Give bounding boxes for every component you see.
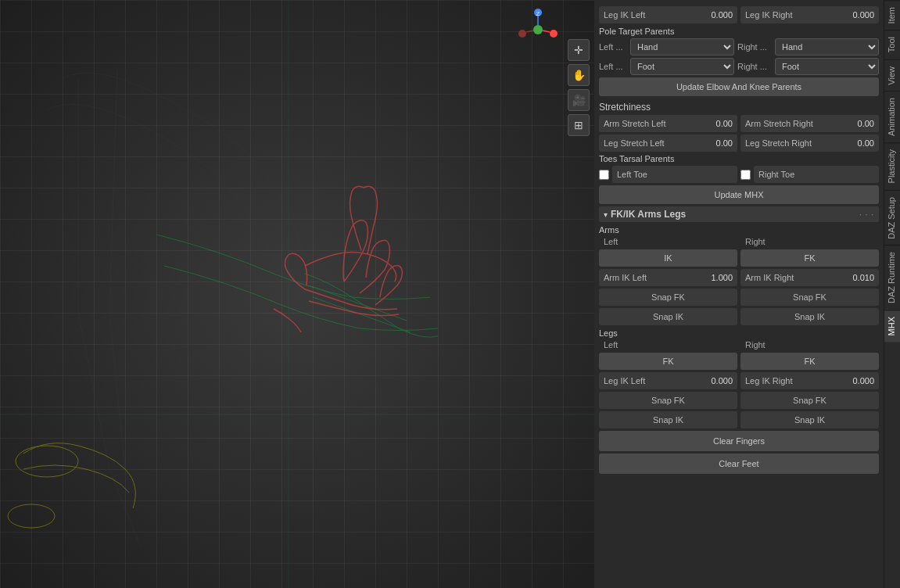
svg-point-6 [550, 30, 558, 38]
right-panel: Leg IK Left 0.000 Leg IK Right 0.000 Pol… [594, 0, 900, 588]
leg-ik-right-fkik-button[interactable]: Leg IK Right 0.000 [740, 372, 879, 389]
svg-point-0 [16, 446, 78, 477]
arm-snap-fk-left-button[interactable]: Snap FK [599, 289, 737, 306]
fkik-section-title: FK/IK Arms Legs [611, 209, 686, 220]
arm-snap-ik-right-button[interactable]: Snap IK [740, 308, 879, 325]
legs-label: Legs [599, 328, 879, 338]
panel-content: Leg IK Left 0.000 Leg IK Right 0.000 Pol… [594, 0, 884, 588]
plus-tool-button[interactable]: ✛ [568, 39, 590, 61]
arm-right-mode-button[interactable]: FK [740, 249, 879, 267]
right-toe-field: Right Toe [740, 166, 879, 183]
stretchiness-label: Stretchiness [599, 102, 879, 113]
toes-tarsal-label: Toes Tarsal Parents [599, 154, 879, 163]
left-hand-dropdown[interactable]: Hand Foot None [630, 38, 734, 56]
leg-right-mode-button[interactable]: FK [740, 353, 879, 370]
arm-snap-ik-left-button[interactable]: Snap IK [599, 308, 737, 325]
clear-feet-button[interactable]: Clear Feet [599, 454, 879, 474]
right-hand-label: Right ... [737, 42, 772, 52]
leg-snap-ik-right-button[interactable]: Snap IK [740, 411, 879, 428]
viewport-toolbar: ✛ ✋ 🎥 ⊞ [568, 39, 590, 136]
grid-tool-button[interactable]: ⊞ [568, 114, 590, 136]
right-foot-label: Right ... [737, 62, 772, 71]
tab-tool[interactable]: Tool [884, 30, 900, 59]
tab-plasticity[interactable]: Plasticity [884, 142, 900, 189]
svg-point-8 [518, 30, 526, 38]
fkik-section-header[interactable]: ▾ FK/IK Arms Legs · · · [599, 206, 879, 222]
left-toe-checkbox[interactable] [599, 170, 609, 180]
svg-point-7 [533, 25, 543, 34]
right-foot-dropdown[interactable]: Foot Hand None [775, 58, 879, 75]
side-tabs: Item Tool View Animation Plasticity DAZ … [884, 0, 900, 588]
tab-mhx[interactable]: MHX [884, 310, 900, 342]
arm-ik-left-button[interactable]: Arm IK Left 1.000 [599, 269, 737, 286]
arm-stretch-right-button[interactable]: Arm Stretch Right 0.00 [740, 115, 879, 132]
left-foot-dropdown[interactable]: Foot Hand None [630, 58, 734, 75]
leg-snap-fk-left-button[interactable]: Snap FK [599, 392, 737, 409]
svg-text:Z: Z [536, 10, 540, 17]
tab-item[interactable]: Item [884, 0, 900, 30]
right-toe-label: Right Toe [754, 166, 879, 183]
leg-ik-left-fkik-button[interactable]: Leg IK Left 0.000 [599, 372, 737, 389]
arm-snap-fk-right-button[interactable]: Snap FK [740, 289, 879, 306]
tab-daz-setup[interactable]: DAZ Setup [884, 190, 900, 246]
left-foot-label: Left ... [599, 62, 627, 71]
right-hand-dropdown[interactable]: Hand Foot None [775, 38, 879, 56]
svg-point-1 [8, 504, 55, 528]
gizmo[interactable]: Z [515, 6, 561, 53]
arms-left-header: Left [599, 236, 737, 247]
arm-stretch-left-button[interactable]: Arm Stretch Left 0.00 [599, 115, 737, 132]
arm-ik-right-button[interactable]: Arm IK Right 0.010 [740, 269, 879, 286]
clear-fingers-button[interactable]: Clear Fingers [599, 431, 879, 451]
tab-animation[interactable]: Animation [884, 91, 900, 142]
viewport[interactable]: Z ✛ ✋ 🎥 ⊞ [0, 0, 594, 588]
fkik-section-dots: · · · [859, 210, 874, 219]
arms-right-header: Right [740, 236, 879, 247]
legs-right-header: Right [740, 339, 879, 350]
left-hand-label: Left ... [599, 42, 627, 52]
camera-tool-button[interactable]: 🎥 [568, 89, 590, 111]
left-toe-label: Left Toe [612, 166, 737, 183]
arms-label: Arms [599, 225, 879, 235]
leg-stretch-left-button[interactable]: Leg Stretch Left 0.00 [599, 134, 737, 152]
svg-line-11 [526, 30, 533, 32]
tab-view[interactable]: View [884, 59, 900, 91]
update-elbow-knee-button[interactable]: Update Elbow And Knee Parents [599, 77, 879, 96]
leg-snap-fk-right-button[interactable]: Snap FK [740, 392, 879, 409]
svg-line-10 [543, 30, 550, 32]
hand-tool-button[interactable]: ✋ [568, 64, 590, 86]
leg-stretch-right-button[interactable]: Leg Stretch Right 0.00 [740, 134, 879, 152]
leg-ik-right-button[interactable]: Leg IK Right 0.000 [740, 6, 879, 23]
leg-ik-left-button[interactable]: Leg IK Left 0.000 [599, 6, 737, 23]
right-toe-checkbox[interactable] [740, 170, 751, 180]
legs-left-header: Left [599, 339, 737, 350]
fkik-chevron-icon: ▾ [604, 210, 608, 219]
update-mhx-button[interactable]: Update MHX [599, 185, 879, 204]
arm-left-mode-button[interactable]: IK [599, 249, 737, 267]
leg-left-mode-button[interactable]: FK [599, 353, 737, 370]
leg-snap-ik-left-button[interactable]: Snap IK [599, 411, 737, 428]
tab-daz-runtime[interactable]: DAZ Runtime [884, 245, 900, 310]
pole-target-label: Pole Target Parents [599, 27, 879, 36]
left-toe-field: Left Toe [599, 166, 737, 183]
